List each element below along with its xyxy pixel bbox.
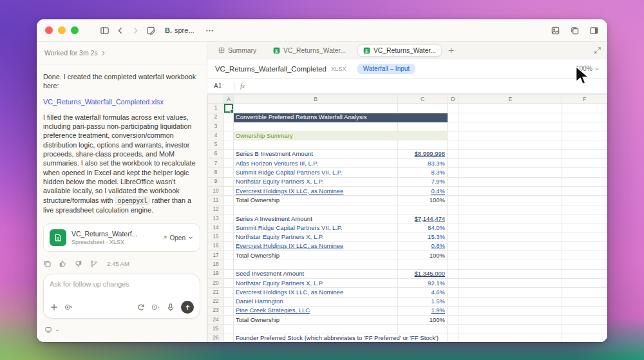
cell-E10[interactable] bbox=[459, 186, 562, 195]
cell-A2[interactable] bbox=[224, 113, 234, 122]
row-header-1[interactable]: 1 bbox=[208, 104, 224, 113]
tab-1-summary[interactable]: Summary bbox=[213, 45, 261, 56]
cell-B24[interactable]: Total Ownership bbox=[233, 316, 397, 325]
cell-B5[interactable] bbox=[233, 140, 397, 149]
cell-F24[interactable] bbox=[562, 316, 607, 325]
send-button[interactable] bbox=[181, 301, 194, 314]
file-card[interactable]: VC_Returns_Waterf... Spreadsheet · XLSX … bbox=[43, 223, 200, 252]
row-header-19[interactable]: 19 bbox=[208, 269, 224, 278]
result-file-link[interactable]: VC_Returns_Waterfall_Completed.xlsx bbox=[43, 97, 200, 106]
cell-D9[interactable] bbox=[448, 177, 459, 186]
cell-D26[interactable] bbox=[448, 334, 459, 342]
cell-B21[interactable]: Evercrest Holdings IX LLC, as Nominee bbox=[233, 288, 397, 297]
cell-D13[interactable] bbox=[448, 214, 459, 223]
zoom-window-button[interactable] bbox=[71, 26, 79, 34]
cell-A17[interactable] bbox=[224, 251, 234, 260]
cell-C8[interactable]: 8.3% bbox=[398, 168, 448, 177]
cell-E9[interactable] bbox=[459, 177, 562, 186]
cell-C23[interactable]: 1.9% bbox=[398, 306, 448, 315]
row-header-8[interactable]: 8 bbox=[208, 168, 224, 177]
cell-D7[interactable] bbox=[448, 159, 459, 168]
cell-A6[interactable] bbox=[224, 149, 234, 158]
cell-E16[interactable] bbox=[459, 242, 562, 251]
cell-E8[interactable] bbox=[459, 168, 562, 177]
row-header-4[interactable]: 4 bbox=[208, 131, 224, 140]
cell-C9[interactable]: 7.9% bbox=[398, 177, 448, 186]
cell-B6[interactable]: Series B Investment Amount bbox=[233, 149, 397, 158]
select-all-corner[interactable] bbox=[208, 95, 224, 104]
row-header-5[interactable]: 5 bbox=[208, 140, 224, 149]
zoom-control[interactable]: 100% bbox=[576, 65, 600, 72]
cell-F16[interactable] bbox=[562, 242, 607, 251]
environment-selector[interactable] bbox=[43, 319, 200, 342]
tools-icon[interactable] bbox=[64, 303, 73, 312]
cell-B7[interactable]: Atlas Horizon Ventures III, L.P. bbox=[233, 159, 397, 168]
cell-C20[interactable]: 92.1% bbox=[398, 278, 448, 287]
cell-D18[interactable] bbox=[448, 260, 459, 269]
minimize-window-button[interactable] bbox=[58, 26, 66, 34]
cell-C18[interactable] bbox=[398, 260, 448, 269]
cell-E22[interactable] bbox=[459, 297, 562, 306]
cell-A13[interactable] bbox=[224, 214, 234, 223]
cell-D1[interactable] bbox=[448, 104, 459, 113]
row-header-18[interactable]: 18 bbox=[208, 260, 224, 269]
cell-B9[interactable]: Northstar Equity Partners X, L.P. bbox=[233, 177, 397, 186]
expand-panel-icon[interactable] bbox=[594, 46, 601, 54]
cell-A10[interactable] bbox=[224, 186, 234, 195]
cell-C16[interactable]: 0.8% bbox=[398, 242, 448, 251]
cell-E17[interactable] bbox=[459, 251, 562, 260]
mic-icon[interactable] bbox=[166, 303, 175, 312]
cell-D11[interactable] bbox=[448, 196, 459, 205]
cell-F1[interactable] bbox=[562, 104, 607, 113]
mention-icon[interactable] bbox=[151, 303, 160, 312]
cell-F18[interactable] bbox=[562, 260, 607, 269]
cell-A24[interactable] bbox=[224, 316, 234, 325]
cell-F25[interactable] bbox=[562, 325, 607, 334]
cell-D2[interactable] bbox=[448, 113, 459, 122]
cell-D19[interactable] bbox=[448, 269, 459, 278]
col-header-E[interactable]: E bbox=[459, 95, 562, 104]
cell-reference[interactable]: A1 bbox=[214, 82, 228, 90]
cell-D17[interactable] bbox=[448, 251, 459, 260]
row-header-22[interactable]: 22 bbox=[208, 297, 224, 306]
row-header-12[interactable]: 12 bbox=[208, 205, 224, 214]
cell-C11[interactable]: 100% bbox=[398, 196, 448, 205]
cell-A12[interactable] bbox=[224, 205, 234, 214]
cell-B18[interactable] bbox=[233, 260, 397, 269]
cell-A26[interactable] bbox=[224, 334, 234, 342]
cell-A21[interactable] bbox=[224, 288, 234, 297]
cell-B16[interactable]: Evercrest Holdings IX LLC, as Nominee bbox=[233, 242, 397, 251]
row-header-13[interactable]: 13 bbox=[208, 214, 224, 223]
cell-A25[interactable] bbox=[224, 325, 234, 334]
close-window-button[interactable] bbox=[45, 26, 53, 34]
cell-C19[interactable]: $1,345,000 bbox=[398, 269, 448, 278]
worked-status-row[interactable]: Worked for 3m 2s bbox=[37, 42, 207, 64]
new-chat-icon[interactable] bbox=[146, 25, 156, 35]
cell-E3[interactable] bbox=[459, 122, 562, 131]
cell-E2[interactable] bbox=[459, 113, 562, 122]
col-header-C[interactable]: C bbox=[398, 95, 448, 104]
attach-plus-icon[interactable] bbox=[50, 303, 59, 312]
row-header-10[interactable]: 10 bbox=[208, 186, 224, 195]
cell-C24[interactable]: 100% bbox=[398, 316, 448, 325]
cell-F15[interactable] bbox=[562, 232, 607, 242]
cell-D3[interactable] bbox=[448, 122, 459, 131]
cell-D25[interactable] bbox=[448, 325, 459, 334]
cell-F13[interactable] bbox=[562, 214, 607, 223]
row-header-11[interactable]: 11 bbox=[208, 196, 224, 205]
cell-F10[interactable] bbox=[562, 186, 607, 195]
cell-C5[interactable] bbox=[398, 140, 448, 149]
cell-E24[interactable] bbox=[459, 316, 562, 325]
cell-C13[interactable]: $7,144,474 bbox=[398, 214, 448, 223]
more-options-icon[interactable] bbox=[205, 25, 215, 35]
row-header-25[interactable]: 25 bbox=[208, 325, 224, 334]
cell-B8[interactable]: Summit Ridge Capital Partners VII, L.P. bbox=[233, 168, 397, 177]
cell-B11[interactable]: Total Ownership bbox=[233, 196, 397, 205]
cell-C22[interactable]: 1.5% bbox=[398, 297, 448, 306]
row-header-16[interactable]: 16 bbox=[208, 242, 224, 251]
cell-C6[interactable]: $8,999,998 bbox=[398, 149, 448, 158]
cell-D20[interactable] bbox=[448, 278, 459, 287]
cell-C25[interactable] bbox=[398, 325, 448, 334]
cell-E13[interactable] bbox=[459, 214, 562, 223]
cell-B25[interactable] bbox=[233, 325, 397, 334]
